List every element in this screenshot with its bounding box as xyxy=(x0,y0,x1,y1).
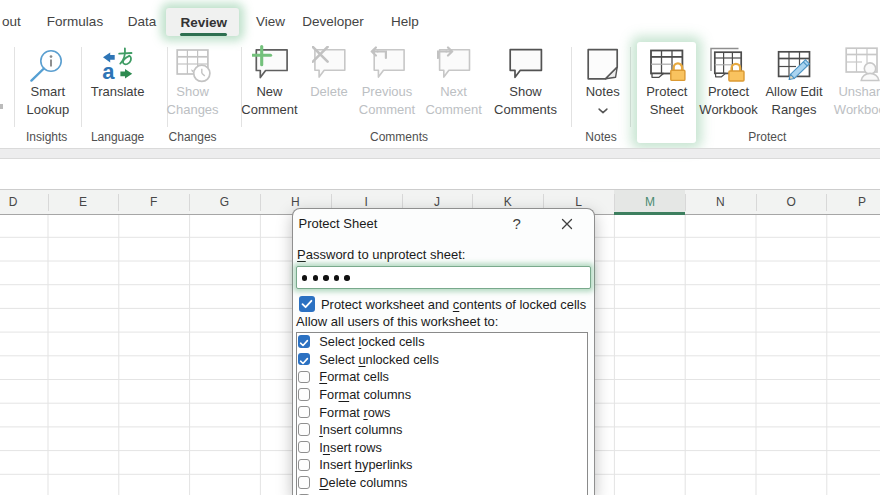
svg-text:a: a xyxy=(102,59,115,82)
